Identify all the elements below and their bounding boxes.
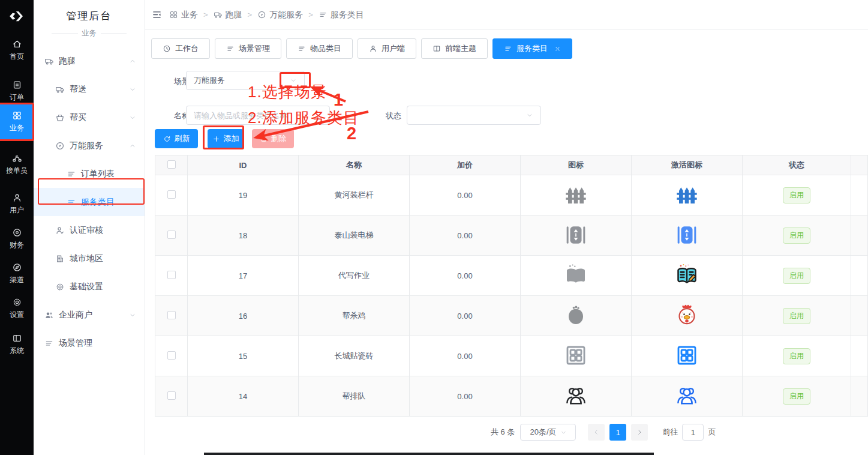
cell-price: 0.00 <box>410 256 521 296</box>
dark-sidebar-item-rider[interactable]: 接单员 <box>0 149 34 179</box>
row-checkbox[interactable] <box>167 391 176 400</box>
row-checkbox[interactable] <box>167 190 176 199</box>
dark-sidebar-item-finance[interactable]: 财务 <box>0 223 34 253</box>
current-page-button[interactable]: 1 <box>609 424 626 441</box>
refresh-button[interactable]: 刷新 <box>155 129 198 148</box>
trash-icon <box>260 135 268 143</box>
admin-screen: 首页 订单 业务 接单员 用户 财务 渠道 设置 系统 管理后台 业务 跑腿 帮… <box>0 0 868 455</box>
add-button[interactable]: 添加 <box>208 129 244 148</box>
column-header: 激活图标 <box>632 155 743 175</box>
sidebar-item-认证审核[interactable]: 认证审核 <box>34 216 145 244</box>
annotation-number-1: 1 <box>334 91 343 109</box>
column-header: ID <box>188 155 299 175</box>
sidebar-item-城市地区[interactable]: 城市地区 <box>34 244 145 273</box>
prev-page-button[interactable] <box>588 424 605 441</box>
tiles-icon <box>564 343 588 367</box>
channel-icon <box>12 262 22 273</box>
tab-用户端[interactable]: 用户端 <box>358 38 416 59</box>
tab-工作台[interactable]: 工作台 <box>151 38 210 59</box>
sidebar-item-基础设置[interactable]: 基础设置 <box>34 273 145 301</box>
breadcrumb-separator: > <box>203 10 208 19</box>
dark-sidebar-item-gear[interactable]: 设置 <box>0 293 34 323</box>
row-checkbox[interactable] <box>167 311 176 319</box>
chevron-right-icon <box>636 429 643 436</box>
chevron-up-icon <box>129 58 136 65</box>
page-size-select[interactable]: 20条/页 <box>520 424 576 441</box>
status-badge: 启用 <box>783 348 810 364</box>
order-icon <box>12 80 22 90</box>
delete-button[interactable]: 删除 <box>252 129 294 148</box>
dark-sidebar-item-order[interactable]: 订单 <box>0 76 34 106</box>
breadcrumb-服务类目[interactable]: 服务类目 <box>319 10 364 20</box>
book-icon <box>564 263 588 287</box>
list-icon <box>504 44 512 53</box>
collapse-sidebar-icon[interactable] <box>152 10 162 20</box>
next-page-button[interactable] <box>631 424 648 441</box>
app-logo <box>0 7 34 25</box>
dark-sidebar-item-home[interactable]: 首页 <box>0 35 34 65</box>
pagination: 共 6 条 20条/页 1 前往 页 <box>491 424 716 441</box>
cell-name: 黄河装栏杆 <box>299 175 410 215</box>
chevron-down-icon <box>526 112 533 119</box>
dark-sidebar-item-apps[interactable]: 业务 <box>0 103 34 140</box>
user-icon <box>12 193 22 203</box>
breadcrumb-separator: > <box>308 10 313 19</box>
row-checkbox[interactable] <box>167 231 176 239</box>
cell-price: 0.00 <box>410 215 521 256</box>
chicken-active-icon <box>675 303 699 327</box>
list-icon <box>226 44 235 53</box>
sidebar-item-帮送[interactable]: 帮送 <box>34 75 145 103</box>
plus-icon <box>212 135 220 143</box>
sidebar-item-订单列表[interactable]: 订单列表 <box>34 160 145 188</box>
status-badge: 启用 <box>783 187 810 203</box>
sidebar-item-企业商户[interactable]: 企业商户 <box>34 301 145 329</box>
dark-sidebar-item-channel[interactable]: 渠道 <box>0 258 34 288</box>
cell-id: 17 <box>188 256 299 296</box>
chicken-icon <box>564 303 588 327</box>
tab-物品类目[interactable]: 物品类目 <box>286 38 353 59</box>
system-icon <box>12 333 22 343</box>
sidebar-item-场景管理[interactable]: 场景管理 <box>34 329 145 357</box>
tab-场景管理[interactable]: 场景管理 <box>215 38 281 59</box>
chevron-down-icon <box>129 86 136 93</box>
cell-price: 0.00 <box>410 296 521 336</box>
sidebar-item-跑腿[interactable]: 跑腿 <box>34 47 145 75</box>
chevron-left-icon <box>593 429 600 436</box>
chevron-up-icon <box>129 142 136 149</box>
annotation-step2: 2.添加服务类目 <box>248 109 359 127</box>
cell-name: 长城贴瓷砖 <box>299 336 410 376</box>
breadcrumb-bar: 业务 > 跑腿 > 万能服务 > 服务类目 <box>145 0 868 30</box>
status-select[interactable] <box>407 106 541 125</box>
breadcrumb-万能服务[interactable]: 万能服务 <box>257 10 303 20</box>
goto-page-input[interactable] <box>682 424 704 441</box>
truck-icon <box>214 10 223 19</box>
sidebar-item-万能服务[interactable]: 万能服务 <box>34 131 145 160</box>
dark-sidebar-item-system[interactable]: 系统 <box>0 329 34 359</box>
dark-sidebar: 首页 订单 业务 接单员 用户 财务 渠道 设置 系统 <box>0 0 34 455</box>
breadcrumb-跑腿[interactable]: 跑腿 <box>214 10 242 20</box>
scene-select-value: 万能服务 <box>194 75 225 86</box>
tab-前端主题[interactable]: 前端主题 <box>421 38 488 59</box>
sidebar-item-服务类目[interactable]: 服务类目 <box>34 188 145 216</box>
sidebar-item-帮买[interactable]: 帮买 <box>34 103 145 131</box>
tab-服务类目[interactable]: 服务类目 <box>492 38 572 59</box>
row-checkbox[interactable] <box>167 351 176 360</box>
table-row: 15 长城贴瓷砖 0.00 启用 <box>155 336 868 376</box>
cell-name: 帮杀鸡 <box>299 296 410 336</box>
dark-sidebar-item-user[interactable]: 用户 <box>0 188 34 218</box>
row-checkbox[interactable] <box>167 271 176 279</box>
tiles-active-icon <box>675 343 699 367</box>
select-all-checkbox[interactable] <box>167 160 176 169</box>
list-icon <box>44 339 54 348</box>
main-content: 业务 > 跑腿 > 万能服务 > 服务类目 工作台 场景管理 物品类目 用户端 … <box>145 0 868 455</box>
list-icon <box>298 44 306 53</box>
status-label: 状态 <box>386 110 401 121</box>
app-title: 管理后台 <box>34 9 145 23</box>
gear-icon <box>55 282 65 292</box>
cell-id: 15 <box>188 336 299 376</box>
breadcrumb-业务[interactable]: 业务 <box>169 10 198 20</box>
list-icon <box>67 169 76 179</box>
apps-icon <box>169 10 178 19</box>
logo-icon <box>8 7 26 25</box>
close-tab-icon[interactable] <box>554 46 561 52</box>
